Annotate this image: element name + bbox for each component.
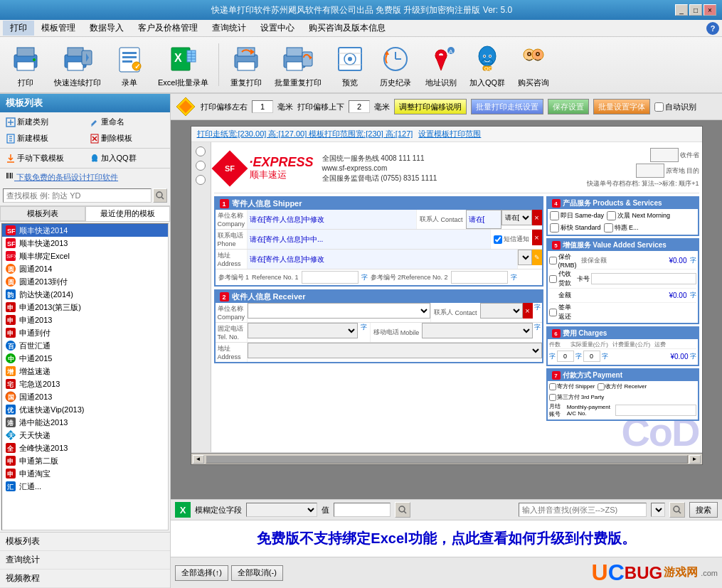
list-item[interactable]: 申 申通2013(第三版) — [2, 301, 168, 314]
new-category-btn[interactable]: 新建类别 — [3, 115, 84, 129]
ref1-char-btn[interactable]: 字 — [361, 273, 368, 282]
cod-amount-char[interactable]: 字 — [690, 291, 696, 300]
menu-customer[interactable]: 客户及价格管理 — [131, 21, 205, 36]
signature-checkbox[interactable] — [549, 309, 557, 316]
list-item[interactable]: 圆 圆通2013到付 — [2, 275, 168, 288]
list-item[interactable]: 申 申通淘宝 — [2, 467, 168, 480]
promo-area[interactable]: 免费版不支持绑定Excel功能，点此查看如何升级到付费版。 — [171, 520, 722, 557]
list-item[interactable]: 国 国通2013 — [2, 390, 168, 403]
fixed-phone-char[interactable]: 字 — [358, 323, 370, 342]
list-item[interactable]: 申 申通第二版 — [2, 454, 168, 467]
toolbar-excel-batch[interactable]: X Excel批量录单 — [155, 41, 211, 90]
search-button[interactable]: 搜索 — [689, 502, 718, 518]
pinyin-search-icon-btn[interactable] — [669, 502, 685, 518]
list-item[interactable]: SFX 顺丰绑定Excel — [2, 250, 168, 262]
list-item[interactable]: 港 港中能达2013 — [2, 416, 168, 429]
paper-info[interactable]: 打印走纸宽:[230.00] 高:[127.00] 模板打印范围宽:[230] … — [197, 129, 413, 139]
offset-up-input[interactable] — [349, 100, 370, 113]
select-all-button[interactable]: 全部选择(↑) — [175, 565, 228, 581]
actual-weight-input[interactable] — [583, 351, 600, 362]
insurance-char[interactable]: 字 — [690, 256, 696, 265]
pinyin-search-select[interactable] — [651, 503, 665, 517]
list-item[interactable]: SF 顺丰快递2014 — [2, 224, 168, 237]
sender-phone-input[interactable] — [248, 230, 491, 249]
scroll-left-btn[interactable]: ◄ — [193, 455, 204, 464]
auto-detect-input[interactable] — [654, 102, 664, 112]
list-item[interactable]: 全 全峰快递2013 — [2, 442, 168, 454]
mobile-select[interactable] — [422, 323, 532, 338]
list-item[interactable]: 优 优速快递Vip(2013) — [2, 403, 168, 416]
menu-settings[interactable]: 设置中心 — [253, 21, 302, 36]
toolbar-reprint[interactable]: 重复打印 — [226, 41, 266, 90]
standard-option[interactable]: 标快 Standard — [550, 223, 601, 232]
ref1-input[interactable] — [302, 271, 359, 284]
window-controls[interactable]: _ □ × — [675, 4, 716, 16]
search-input[interactable] — [3, 188, 152, 203]
tab-template-list[interactable]: 模板列表 — [0, 206, 85, 221]
help-icon[interactable]: ? — [706, 22, 719, 35]
list-item[interactable]: 宅 宅急送2013 — [2, 378, 168, 390]
download-template-btn[interactable]: 手动下载模板 — [3, 151, 84, 165]
rename-btn[interactable]: 重命名 — [87, 115, 168, 129]
search-button[interactable] — [153, 188, 167, 203]
toolbar-preview[interactable]: 预览 — [330, 41, 370, 90]
mobile-char[interactable]: 字 — [533, 323, 542, 342]
batch-paper-button[interactable]: 批量打印走纸设置 — [471, 99, 543, 114]
toolbar-buy[interactable]: 购买咨询 — [514, 41, 553, 90]
setup-print-range[interactable]: 设置模板打印范围 — [418, 129, 481, 139]
phone-clear-btn[interactable]: × — [532, 230, 542, 245]
list-item[interactable]: SF 顺丰快递2013 — [2, 237, 168, 250]
list-item[interactable]: 圆 圆通2014 — [2, 262, 168, 275]
address-edit-btn[interactable]: ✎ — [532, 250, 542, 265]
tab-recent-templates[interactable]: 最近使用的模板 — [85, 206, 171, 221]
ref2-char-btn[interactable]: 字 — [511, 273, 517, 282]
list-item[interactable]: 中 中通2015 — [2, 352, 168, 365]
hscrollbar[interactable]: ◄ ► — [191, 453, 702, 464]
sender-address-select[interactable] — [518, 250, 532, 265]
menu-purchase[interactable]: 购买咨询及版本信息 — [302, 21, 393, 36]
locate-search-btn[interactable] — [395, 502, 410, 518]
charges-char4[interactable]: 字 — [690, 352, 696, 361]
cod-card-input[interactable] — [591, 273, 696, 284]
sender-clear-btn[interactable]: × — [532, 210, 542, 225]
menu-print[interactable]: 打印 — [3, 21, 34, 36]
toolbar-history[interactable]: 历史纪录 — [376, 41, 415, 90]
shipper-pay-option[interactable]: 寄方付 Shipper — [549, 383, 595, 390]
menu-template[interactable]: 模板管理 — [34, 21, 83, 36]
third-party-pay-option[interactable]: 第三方付 3rd Party — [549, 393, 605, 401]
locate-value-input[interactable] — [334, 503, 391, 517]
list-item[interactable]: 增 增益速递 — [2, 365, 168, 378]
insurance-checkbox[interactable] — [549, 257, 557, 264]
minimize-button[interactable]: _ — [675, 4, 688, 16]
nav-query-stats[interactable]: 查询统计 — [0, 551, 170, 570]
barcode-software-link[interactable]: 下载免费的条码设计打印软件 — [0, 169, 170, 186]
same-day-option[interactable]: 即日 Same-day — [550, 211, 605, 220]
toolbar-batch-reprint[interactable]: 批量重复打印 — [272, 41, 324, 90]
list-item[interactable]: 百 百世汇通 — [2, 339, 168, 352]
batch-font-button[interactable]: 批量设置字体 — [593, 99, 650, 114]
pinyin-search-input[interactable] — [519, 503, 647, 517]
ref2-input[interactable] — [451, 271, 508, 284]
sender-contact-input[interactable] — [466, 210, 501, 229]
maximize-button[interactable]: □ — [689, 4, 702, 16]
sender-contact-select[interactable]: 请在[ — [501, 210, 532, 225]
toolbar-record[interactable]: ✓ 录单 — [110, 41, 149, 90]
locate-select[interactable] — [246, 503, 317, 517]
sender-company-input[interactable] — [248, 210, 418, 229]
offset-left-input[interactable] — [252, 100, 273, 113]
auto-detect-checkbox[interactable]: 自动识别 — [654, 102, 696, 112]
save-settings-button[interactable]: 保存设置 — [548, 99, 589, 114]
delete-template-btn[interactable]: 删除模板 — [87, 132, 168, 145]
adjust-offset-button[interactable]: 调整打印偏移说明 — [394, 99, 467, 114]
nav-template-list[interactable]: 模板列表 — [0, 533, 170, 551]
list-item[interactable]: 申 申通2013 — [2, 314, 168, 326]
receiver-address-select[interactable] — [248, 343, 542, 358]
receiver-pay-option[interactable]: 收方付 Receiver — [598, 383, 647, 390]
deselect-all-button[interactable]: 全部取消(-) — [231, 565, 283, 581]
toolbar-fast-print[interactable]: 快速连续打印 — [51, 41, 104, 90]
toolbar-qq-group[interactable]: QQ 加入QQ群 — [467, 41, 508, 90]
charges-char1[interactable]: 字 — [549, 352, 556, 361]
new-template-btn[interactable]: 新建模板 — [3, 132, 84, 145]
cod-checkbox[interactable] — [549, 275, 557, 283]
recv-char-btn[interactable]: 字 — [533, 303, 542, 322]
